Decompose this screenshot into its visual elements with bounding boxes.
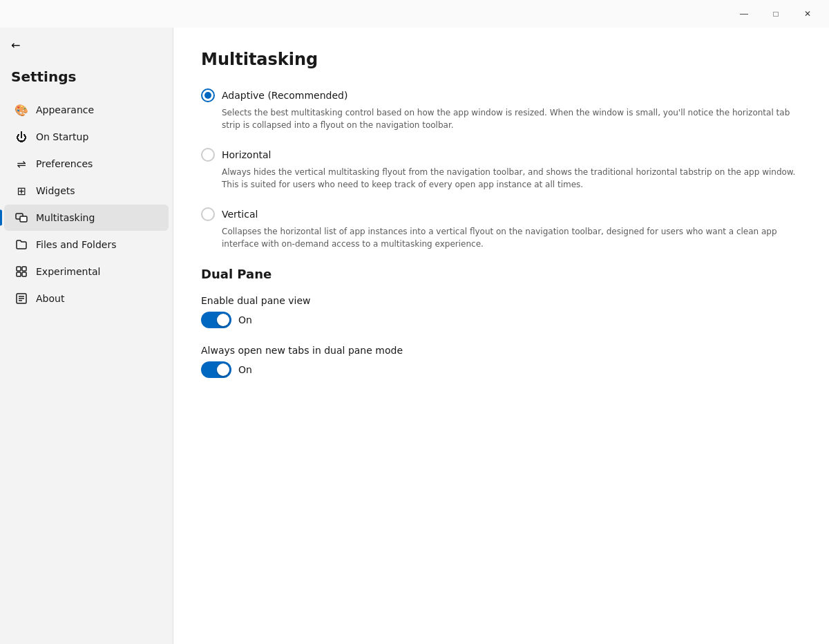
sidebar-item-on-startup[interactable]: ⏻ On Startup xyxy=(4,124,169,150)
svg-rect-4 xyxy=(17,272,21,276)
radio-circle-horizontal[interactable] xyxy=(201,148,215,162)
sidebar-item-experimental[interactable]: Experimental xyxy=(4,258,169,285)
page-title: Multitasking xyxy=(201,50,801,69)
radio-text-vertical: Vertical xyxy=(222,209,258,220)
radio-circle-adaptive[interactable] xyxy=(201,88,215,102)
startup-icon: ⏻ xyxy=(15,131,28,143)
sidebar-label-about: About xyxy=(36,293,64,304)
widgets-icon: ⊞ xyxy=(15,184,28,197)
sidebar-item-about[interactable]: About xyxy=(4,285,169,312)
radio-label-adaptive[interactable]: Adaptive (Recommended) xyxy=(201,88,801,102)
radio-option-horizontal: Horizontal Always hides the vertical mul… xyxy=(201,148,801,191)
files-icon xyxy=(15,238,28,251)
toggle-always-open-tabs[interactable] xyxy=(201,361,231,378)
sidebar-label-files-and-folders: Files and Folders xyxy=(36,239,117,250)
dual-pane-heading: Dual Pane xyxy=(201,267,801,281)
svg-rect-5 xyxy=(22,272,26,276)
svg-rect-1 xyxy=(20,216,27,222)
toggle-enable-dual-pane[interactable] xyxy=(201,312,231,328)
sidebar-label-multitasking: Multitasking xyxy=(36,212,95,223)
sidebar-label-preferences: Preferences xyxy=(36,158,93,169)
toggle-row-always-open-tabs: Always open new tabs in dual pane mode O… xyxy=(201,345,801,378)
radio-option-adaptive: Adaptive (Recommended) Selects the best … xyxy=(201,88,801,131)
multitasking-icon xyxy=(15,211,28,224)
radio-text-adaptive: Adaptive (Recommended) xyxy=(222,90,347,101)
sidebar-label-appearance: Appearance xyxy=(36,104,94,115)
toggle-thumb-enable-dual-pane xyxy=(217,314,229,326)
sidebar-item-preferences[interactable]: ⇌ Preferences xyxy=(4,151,169,177)
svg-rect-2 xyxy=(17,267,21,271)
back-button[interactable]: ← xyxy=(0,33,173,57)
content-area: ← Settings 🎨 Appearance ⏻ On Startup ⇌ P… xyxy=(0,28,829,644)
settings-window: — □ ✕ ← Settings 🎨 Appearance ⏻ On Start… xyxy=(0,0,829,644)
appearance-icon: 🎨 xyxy=(15,104,28,116)
title-bar: — □ ✕ xyxy=(0,0,829,28)
radio-text-horizontal: Horizontal xyxy=(222,149,271,160)
radio-desc-horizontal: Always hides the vertical multitasking f… xyxy=(222,166,801,191)
svg-rect-3 xyxy=(22,267,26,271)
radio-label-vertical[interactable]: Vertical xyxy=(201,207,801,221)
radio-desc-vertical: Collapses the horizontal list of app ins… xyxy=(222,225,801,250)
toggle-control-enable-dual-pane: On xyxy=(201,312,801,328)
sidebar: ← Settings 🎨 Appearance ⏻ On Startup ⇌ P… xyxy=(0,28,173,644)
active-indicator xyxy=(0,210,2,226)
radio-option-vertical: Vertical Collapses the horizontal list o… xyxy=(201,207,801,250)
sidebar-label-on-startup: On Startup xyxy=(36,131,88,142)
sidebar-item-multitasking[interactable]: Multitasking xyxy=(4,205,169,231)
preferences-icon: ⇌ xyxy=(15,158,28,170)
radio-circle-vertical[interactable] xyxy=(201,207,215,221)
sidebar-item-appearance[interactable]: 🎨 Appearance xyxy=(4,97,169,123)
sidebar-item-files-and-folders[interactable]: Files and Folders xyxy=(4,231,169,258)
toggle-label-always-open-tabs: Always open new tabs in dual pane mode xyxy=(201,345,801,356)
sidebar-label-experimental: Experimental xyxy=(36,266,100,277)
main-content: Multitasking Adaptive (Recommended) Sele… xyxy=(173,28,829,644)
toggle-status-enable-dual-pane: On xyxy=(238,314,252,325)
minimize-button[interactable]: — xyxy=(728,3,760,25)
toggle-control-always-open-tabs: On xyxy=(201,361,801,378)
toggle-label-enable-dual-pane: Enable dual pane view xyxy=(201,295,801,306)
sidebar-label-widgets: Widgets xyxy=(36,185,75,196)
back-icon: ← xyxy=(11,39,20,52)
maximize-button[interactable]: □ xyxy=(760,3,792,25)
sidebar-item-widgets[interactable]: ⊞ Widgets xyxy=(4,178,169,204)
experimental-icon xyxy=(15,265,28,278)
toggle-status-always-open-tabs: On xyxy=(238,364,252,375)
about-icon xyxy=(15,292,28,305)
toggle-thumb-always-open-tabs xyxy=(217,363,229,376)
radio-desc-adaptive: Selects the best multitasking control ba… xyxy=(222,106,801,131)
window-controls: — □ ✕ xyxy=(728,3,823,25)
radio-label-horizontal[interactable]: Horizontal xyxy=(201,148,801,162)
sidebar-title: Settings xyxy=(0,63,173,96)
close-button[interactable]: ✕ xyxy=(792,3,823,25)
toggle-row-enable-dual-pane: Enable dual pane view On xyxy=(201,295,801,328)
